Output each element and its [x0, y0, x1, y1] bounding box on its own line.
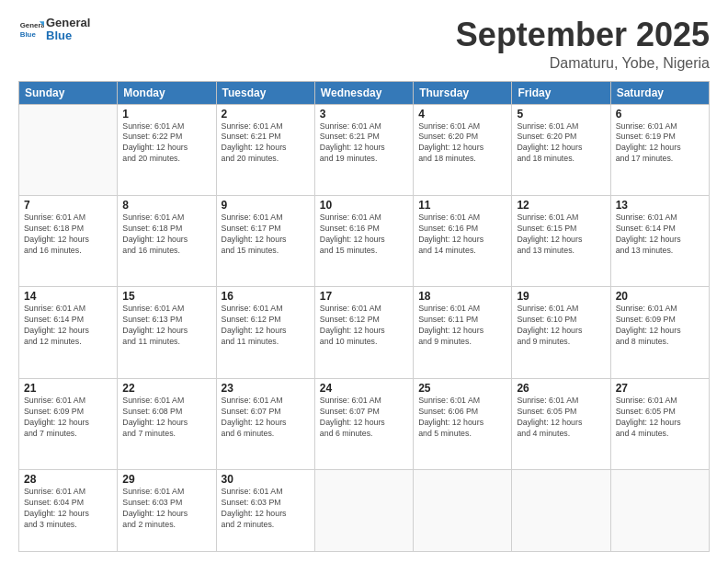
day-info: Sunrise: 6:01 AMSunset: 6:20 PMDaylight:… [517, 121, 605, 166]
calendar-cell [19, 104, 118, 195]
day-info: Sunrise: 6:01 AMSunset: 6:10 PMDaylight:… [517, 304, 605, 348]
calendar-cell [314, 470, 413, 552]
logo-general: General [46, 17, 90, 29]
calendar-cell: 3Sunrise: 6:01 AMSunset: 6:21 PMDaylight… [314, 104, 413, 195]
day-number: 20 [616, 290, 704, 303]
day-number: 17 [320, 290, 408, 303]
calendar-cell [414, 470, 512, 552]
calendar-cell: 30Sunrise: 6:01 AMSunset: 6:03 PMDayligh… [216, 470, 314, 552]
calendar-cell: 6Sunrise: 6:01 AMSunset: 6:19 PMDaylight… [610, 104, 709, 195]
day-info: Sunrise: 6:01 AMSunset: 6:12 PMDaylight:… [320, 304, 408, 348]
day-number: 11 [418, 199, 506, 212]
title-block: September 2025 Damaturu, Yobe, Nigeria [456, 17, 710, 72]
logo: General Blue General Blue [18, 17, 90, 43]
calendar-cell: 20Sunrise: 6:01 AMSunset: 6:09 PMDayligh… [610, 287, 709, 378]
day-number: 10 [320, 199, 408, 212]
logo-icon: General Blue [18, 17, 44, 42]
day-info: Sunrise: 6:01 AMSunset: 6:12 PMDaylight:… [222, 304, 310, 348]
day-header-monday: Monday [118, 81, 216, 104]
day-info: Sunrise: 6:01 AMSunset: 6:05 PMDaylight:… [517, 396, 605, 440]
day-info: Sunrise: 6:01 AMSunset: 6:21 PMDaylight:… [222, 121, 310, 166]
day-number: 19 [517, 290, 605, 303]
calendar-cell: 9Sunrise: 6:01 AMSunset: 6:17 PMDaylight… [216, 196, 314, 287]
svg-text:General: General [20, 22, 44, 30]
day-info: Sunrise: 6:01 AMSunset: 6:20 PMDaylight:… [418, 121, 506, 166]
day-info: Sunrise: 6:01 AMSunset: 6:14 PMDaylight:… [24, 304, 112, 348]
calendar-cell: 26Sunrise: 6:01 AMSunset: 6:05 PMDayligh… [512, 378, 610, 469]
calendar-cell: 11Sunrise: 6:01 AMSunset: 6:16 PMDayligh… [414, 196, 512, 287]
calendar-cell: 25Sunrise: 6:01 AMSunset: 6:06 PMDayligh… [414, 378, 512, 469]
day-number: 4 [418, 108, 506, 121]
calendar-cell: 12Sunrise: 6:01 AMSunset: 6:15 PMDayligh… [512, 196, 610, 287]
day-number: 8 [122, 199, 210, 212]
day-info: Sunrise: 6:01 AMSunset: 6:07 PMDaylight:… [222, 396, 310, 440]
day-number: 26 [517, 382, 605, 395]
calendar-cell: 27Sunrise: 6:01 AMSunset: 6:05 PMDayligh… [610, 378, 709, 469]
calendar-cell: 7Sunrise: 6:01 AMSunset: 6:18 PMDaylight… [19, 196, 118, 287]
calendar-cell: 28Sunrise: 6:01 AMSunset: 6:04 PMDayligh… [19, 470, 118, 552]
day-number: 24 [320, 382, 408, 395]
day-info: Sunrise: 6:01 AMSunset: 6:03 PMDaylight:… [222, 487, 310, 531]
calendar-cell: 22Sunrise: 6:01 AMSunset: 6:08 PMDayligh… [118, 378, 216, 469]
day-number: 3 [320, 108, 408, 121]
calendar-cell: 15Sunrise: 6:01 AMSunset: 6:13 PMDayligh… [118, 287, 216, 378]
day-header-friday: Friday [512, 81, 610, 104]
day-number: 1 [122, 108, 210, 121]
calendar-cell: 5Sunrise: 6:01 AMSunset: 6:20 PMDaylight… [512, 104, 610, 195]
day-info: Sunrise: 6:01 AMSunset: 6:22 PMDaylight:… [122, 121, 210, 166]
calendar-cell: 29Sunrise: 6:01 AMSunset: 6:03 PMDayligh… [118, 470, 216, 552]
calendar-cell: 24Sunrise: 6:01 AMSunset: 6:07 PMDayligh… [314, 378, 413, 469]
day-number: 15 [122, 290, 210, 303]
calendar-cell: 19Sunrise: 6:01 AMSunset: 6:10 PMDayligh… [512, 287, 610, 378]
day-header-thursday: Thursday [414, 81, 512, 104]
day-header-wednesday: Wednesday [314, 81, 413, 104]
svg-text:Blue: Blue [20, 30, 37, 39]
day-number: 27 [616, 382, 704, 395]
day-info: Sunrise: 6:01 AMSunset: 6:05 PMDaylight:… [616, 396, 704, 440]
day-number: 28 [24, 473, 112, 486]
calendar-cell: 4Sunrise: 6:01 AMSunset: 6:20 PMDaylight… [414, 104, 512, 195]
day-info: Sunrise: 6:01 AMSunset: 6:15 PMDaylight:… [517, 213, 605, 257]
day-info: Sunrise: 6:01 AMSunset: 6:13 PMDaylight:… [122, 304, 210, 348]
day-number: 30 [222, 473, 310, 486]
day-number: 21 [24, 382, 112, 395]
day-info: Sunrise: 6:01 AMSunset: 6:21 PMDaylight:… [320, 121, 408, 166]
calendar-table: SundayMondayTuesdayWednesdayThursdayFrid… [18, 81, 710, 552]
location-subtitle: Damaturu, Yobe, Nigeria [456, 55, 710, 72]
day-header-tuesday: Tuesday [216, 81, 314, 104]
day-number: 18 [418, 290, 506, 303]
day-info: Sunrise: 6:01 AMSunset: 6:14 PMDaylight:… [616, 213, 704, 257]
day-info: Sunrise: 6:01 AMSunset: 6:03 PMDaylight:… [122, 487, 210, 531]
page: General Blue General Blue September 2025… [0, 0, 728, 563]
day-info: Sunrise: 6:01 AMSunset: 6:16 PMDaylight:… [320, 213, 408, 257]
day-info: Sunrise: 6:01 AMSunset: 6:07 PMDaylight:… [320, 396, 408, 440]
week-row-5: 28Sunrise: 6:01 AMSunset: 6:04 PMDayligh… [19, 470, 710, 552]
calendar-cell: 18Sunrise: 6:01 AMSunset: 6:11 PMDayligh… [414, 287, 512, 378]
day-number: 22 [122, 382, 210, 395]
day-number: 13 [616, 199, 704, 212]
calendar-cell: 1Sunrise: 6:01 AMSunset: 6:22 PMDaylight… [118, 104, 216, 195]
week-row-2: 7Sunrise: 6:01 AMSunset: 6:18 PMDaylight… [19, 196, 710, 287]
day-info: Sunrise: 6:01 AMSunset: 6:06 PMDaylight:… [418, 396, 506, 440]
day-info: Sunrise: 6:01 AMSunset: 6:11 PMDaylight:… [418, 304, 506, 348]
week-row-4: 21Sunrise: 6:01 AMSunset: 6:09 PMDayligh… [19, 378, 710, 469]
day-header-sunday: Sunday [19, 81, 118, 104]
day-info: Sunrise: 6:01 AMSunset: 6:18 PMDaylight:… [24, 213, 112, 257]
calendar-cell: 23Sunrise: 6:01 AMSunset: 6:07 PMDayligh… [216, 378, 314, 469]
day-number: 9 [222, 199, 310, 212]
day-number: 12 [517, 199, 605, 212]
day-info: Sunrise: 6:01 AMSunset: 6:04 PMDaylight:… [24, 487, 112, 531]
calendar-cell: 21Sunrise: 6:01 AMSunset: 6:09 PMDayligh… [19, 378, 118, 469]
calendar-cell: 8Sunrise: 6:01 AMSunset: 6:18 PMDaylight… [118, 196, 216, 287]
day-number: 2 [222, 108, 310, 121]
day-number: 23 [222, 382, 310, 395]
day-info: Sunrise: 6:01 AMSunset: 6:09 PMDaylight:… [24, 396, 112, 440]
calendar-cell: 10Sunrise: 6:01 AMSunset: 6:16 PMDayligh… [314, 196, 413, 287]
calendar-cell: 17Sunrise: 6:01 AMSunset: 6:12 PMDayligh… [314, 287, 413, 378]
day-info: Sunrise: 6:01 AMSunset: 6:08 PMDaylight:… [122, 396, 210, 440]
day-number: 25 [418, 382, 506, 395]
calendar-cell: 16Sunrise: 6:01 AMSunset: 6:12 PMDayligh… [216, 287, 314, 378]
day-number: 5 [517, 108, 605, 121]
day-header-saturday: Saturday [610, 81, 709, 104]
calendar-cell [610, 470, 709, 552]
